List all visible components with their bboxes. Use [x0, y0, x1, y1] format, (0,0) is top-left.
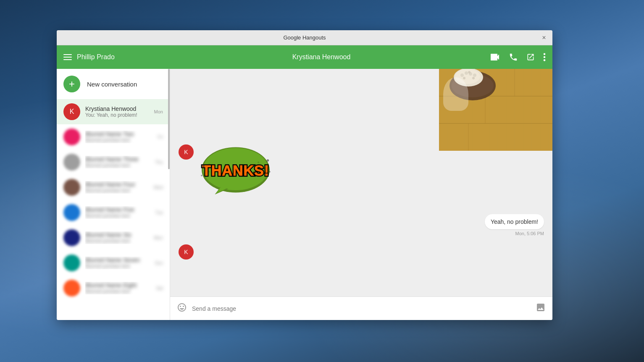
- sent-bubble: Yeah, no problem!: [485, 214, 544, 229]
- sent-message-time: Mon, 5:06 PM: [515, 231, 544, 236]
- sticker-message-row: K: [179, 144, 544, 201]
- conversation-name: Krystiana Henwood: [152, 53, 490, 61]
- popout-button[interactable]: [526, 53, 535, 61]
- svg-point-1: [544, 56, 546, 58]
- new-conversation-button[interactable]: + New conversation: [57, 69, 170, 99]
- contact-item-3[interactable]: Blurred Name Three Blurred preview text …: [57, 150, 170, 175]
- photo-preview: [439, 69, 552, 151]
- current-user-name: Phillip Prado: [77, 53, 152, 61]
- shared-photo: [439, 69, 552, 151]
- svg-point-23: [463, 77, 465, 79]
- emoji-icon: [177, 302, 187, 312]
- contact-time-4: Wed: [154, 185, 163, 190]
- message-input-bar: [170, 296, 552, 320]
- header-bar: Phillip Prado Krystiana Henwood: [57, 45, 552, 69]
- contact-time-7: Sun: [155, 260, 163, 265]
- contact-item-krystiana[interactable]: K Krystiana Henwood You: Yeah, no proble…: [57, 99, 170, 124]
- svg-text:THANKS!: THANKS!: [202, 163, 269, 178]
- photo-svg: [439, 69, 552, 151]
- main-window: Google Hangouts × Phillip Prado Krystian…: [57, 30, 552, 320]
- avatar-6: [63, 229, 80, 246]
- popout-icon: [526, 53, 535, 61]
- chat-area: K: [170, 69, 552, 320]
- phone-call-button[interactable]: [509, 52, 518, 62]
- sent-message-row: Yeah, no problem! Mon, 5:06 PM: [179, 214, 544, 236]
- contacts-list: K Krystiana Henwood You: Yeah, no proble…: [57, 99, 170, 320]
- avatar-5: [63, 204, 80, 221]
- svg-point-25: [472, 77, 475, 79]
- contact-preview-4: Blurred preview text: [85, 188, 149, 194]
- contact-name-8: Blurred Name Eight: [85, 282, 151, 289]
- contact-preview-3: Blurred preview text: [85, 163, 150, 168]
- sent-message-wrapper: Yeah, no problem! Mon, 5:06 PM: [485, 214, 544, 236]
- phone-icon: [509, 52, 518, 62]
- contact-preview-7: Blurred preview text: [85, 263, 150, 269]
- contact-info-8: Blurred Name Eight Blurred preview text: [85, 282, 151, 294]
- avatar-3: [63, 154, 80, 171]
- svg-point-41: [269, 171, 271, 173]
- video-camera-icon: [490, 53, 500, 61]
- contact-item-2[interactable]: Blurred Name Two Blurred preview text Fr…: [57, 124, 170, 150]
- contact-name-3: Blurred Name Three: [85, 156, 150, 163]
- contact-name-krystiana: Krystiana Henwood: [85, 105, 149, 112]
- contact-info-7: Blurred Name Seven Blurred preview text: [85, 257, 150, 269]
- contact-info-6: Blurred Name Six Blurred preview text: [85, 231, 149, 244]
- avatar-2: [63, 129, 80, 145]
- sender-avatar-sticker: K: [179, 144, 194, 160]
- contact-name-2: Blurred Name Two: [85, 131, 152, 137]
- window-title: Google Hangouts: [283, 34, 326, 41]
- contact-name-6: Blurred Name Six: [85, 231, 149, 238]
- contact-name-4: Blurred Name Four: [85, 181, 149, 188]
- typing-avatar: K: [179, 244, 194, 260]
- contact-preview-5: Blurred preview text: [85, 213, 150, 219]
- contact-info-4: Blurred Name Four Blurred preview text: [85, 181, 149, 194]
- contact-item-8[interactable]: Blurred Name Eight Blurred preview text …: [57, 275, 170, 301]
- thanks-sticker-svg: THANKS! THANKS!: [198, 144, 273, 199]
- svg-rect-8: [439, 69, 552, 151]
- contact-time-8: Sat: [156, 286, 163, 291]
- image-attach-button[interactable]: [536, 302, 546, 315]
- avatar-krystiana: K: [63, 103, 80, 120]
- contact-time-5: Tue: [155, 210, 163, 215]
- svg-point-38: [202, 165, 205, 167]
- contact-preview-6: Blurred preview text: [85, 238, 149, 244]
- title-bar: Google Hangouts ×: [57, 30, 552, 45]
- avatar-7: [63, 254, 80, 271]
- close-button[interactable]: ×: [540, 34, 548, 42]
- sidebar-scrollbar[interactable]: [168, 69, 170, 169]
- contact-time-3: Thu: [155, 160, 163, 165]
- sticker-message: THANKS! THANKS!: [198, 144, 273, 201]
- avatar-4: [63, 179, 80, 196]
- contact-time-2: Fri: [158, 134, 163, 139]
- emoji-button[interactable]: [177, 302, 187, 315]
- typing-indicator-row: K: [179, 244, 544, 260]
- contact-info-3: Blurred Name Three Blurred preview text: [85, 156, 150, 168]
- contact-preview-krystiana: You: Yeah, no problem!: [85, 112, 149, 118]
- image-icon: [536, 302, 546, 312]
- main-content: + New conversation K Krystiana Henwood Y…: [57, 69, 552, 320]
- contact-info-5: Blurred Name Five Blurred preview text: [85, 206, 150, 219]
- menu-button[interactable]: [63, 54, 72, 60]
- contact-item-6[interactable]: Blurred Name Six Blurred preview text Mo…: [57, 225, 170, 250]
- video-call-button[interactable]: [490, 53, 500, 61]
- sidebar: + New conversation K Krystiana Henwood Y…: [57, 69, 170, 320]
- contact-item-7[interactable]: Blurred Name Seven Blurred preview text …: [57, 250, 170, 275]
- svg-point-2: [544, 59, 546, 61]
- svg-point-40: [201, 175, 202, 176]
- svg-point-39: [267, 159, 269, 161]
- svg-point-22: [473, 73, 476, 77]
- more-options-button[interactable]: [543, 52, 546, 62]
- messages-container: K: [170, 69, 552, 296]
- contact-item-5[interactable]: Blurred Name Five Blurred preview text T…: [57, 200, 170, 225]
- message-input-field[interactable]: [192, 305, 531, 312]
- contact-preview-2: Blurred preview text: [85, 137, 152, 143]
- contact-info-2: Blurred Name Two Blurred preview text: [85, 131, 152, 143]
- svg-point-0: [544, 53, 546, 55]
- new-conversation-label: New conversation: [87, 81, 137, 88]
- svg-point-20: [465, 71, 468, 75]
- contact-name-5: Blurred Name Five: [85, 206, 150, 213]
- contact-item-4[interactable]: Blurred Name Four Blurred preview text W…: [57, 175, 170, 200]
- add-icon: +: [63, 76, 80, 92]
- contact-time-krystiana: Mon: [154, 109, 163, 114]
- svg-point-24: [468, 71, 471, 73]
